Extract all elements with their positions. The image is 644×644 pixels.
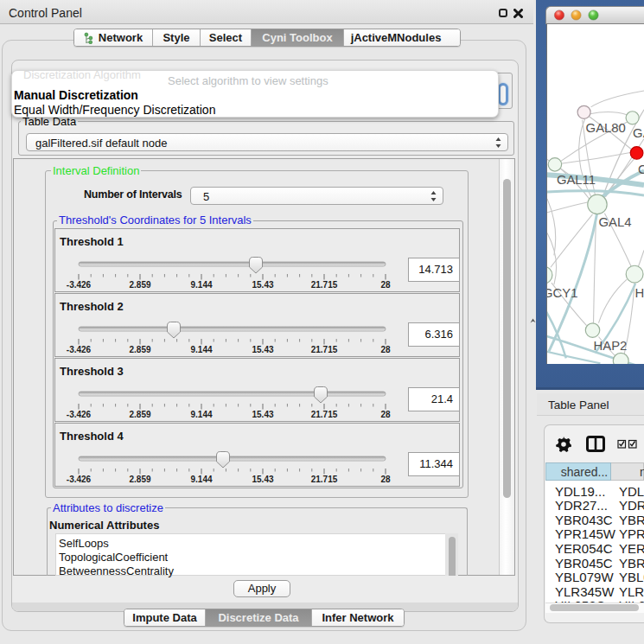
svg-text:GAL4: GAL4 xyxy=(598,215,631,229)
svg-text:H: H xyxy=(635,286,644,300)
svg-text:HAP2: HAP2 xyxy=(594,339,628,353)
svg-text:GAL80: GAL80 xyxy=(586,121,626,135)
svg-text:GA: GA xyxy=(633,126,644,140)
svg-text:C: C xyxy=(638,163,644,176)
svg-text:GCY1: GCY1 xyxy=(546,286,578,300)
svg-text:GAL11: GAL11 xyxy=(557,173,596,187)
